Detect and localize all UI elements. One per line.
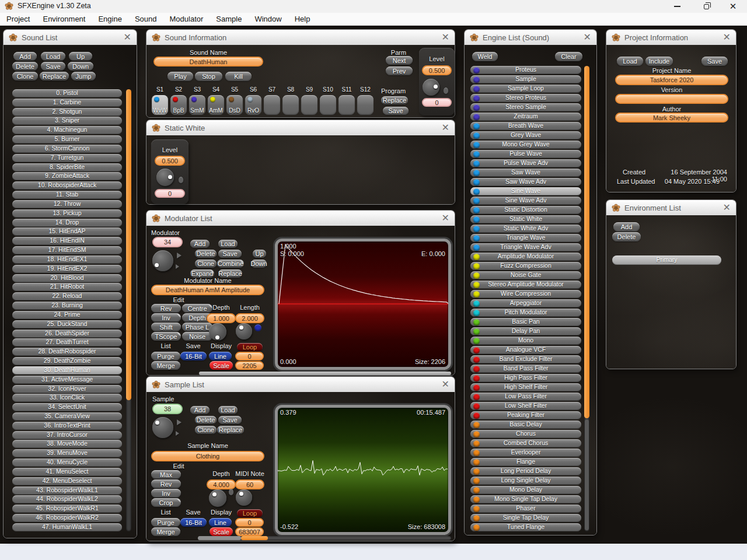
sound-list-item[interactable]: 19. HitEndEX2: [12, 265, 122, 273]
sound-list-item[interactable]: 28. DeathRobospider: [12, 348, 122, 356]
engine-list-item[interactable]: Pulse Wave Adv: [470, 159, 581, 167]
engine-list-item[interactable]: Basic Delay: [470, 421, 581, 429]
level-knob[interactable]: [156, 169, 174, 186]
add-button[interactable]: Add: [13, 52, 37, 61]
sound-list-item[interactable]: 24. Prime: [12, 311, 122, 319]
level-counter-field[interactable]: 0: [422, 98, 452, 107]
purge-button[interactable]: Purge: [151, 518, 180, 527]
crop-button[interactable]: Crop: [151, 498, 181, 507]
engine-list-item[interactable]: Pitch Modulator: [470, 309, 581, 317]
modulator-index-knob[interactable]: [152, 250, 173, 271]
delete-button[interactable]: Delete: [195, 250, 217, 258]
menu-window[interactable]: Window: [248, 13, 288, 25]
sound-list-scrollbar[interactable]: [126, 89, 131, 531]
engine-list-item[interactable]: Fuzz Compression: [470, 262, 581, 270]
engine-list-item[interactable]: Analogue VCF: [470, 346, 581, 354]
slot-button-s8[interactable]: [282, 95, 299, 115]
engine-list-item[interactable]: Flange: [470, 458, 581, 466]
sound-list-item[interactable]: 23. Burning: [12, 302, 122, 310]
engine-list-item[interactable]: Noise Gate: [470, 271, 581, 279]
sound-list-item[interactable]: 1. Carbine: [12, 99, 122, 107]
midi-knob[interactable]: [236, 489, 252, 506]
engine-list-titlebar[interactable]: Engine List (Sound) ✕: [465, 30, 596, 45]
level-counter-field[interactable]: 0: [155, 189, 185, 198]
replace-button[interactable]: Replace: [40, 72, 69, 80]
inv-button[interactable]: Inv: [151, 489, 181, 498]
sound-list-item[interactable]: 41. MenuSelect: [12, 468, 122, 476]
engine-list-item[interactable]: Stereo Sample: [470, 103, 581, 111]
close-icon[interactable]: ✕: [442, 214, 449, 223]
engine-list-item[interactable]: Mono Single Tap Delay: [470, 495, 581, 503]
close-icon[interactable]: ✕: [442, 380, 449, 389]
sound-list-item[interactable]: 3. Sniper: [12, 117, 122, 125]
sound-list-item[interactable]: 37. IntroCursor: [12, 431, 122, 439]
loop-end-field[interactable]: 683007: [235, 527, 264, 536]
restore-button[interactable]: [694, 0, 718, 13]
close-icon[interactable]: ✕: [442, 33, 449, 42]
up-button[interactable]: Up: [69, 52, 92, 61]
engine-list-item[interactable]: Zeitraum: [470, 113, 581, 121]
engine-list-item[interactable]: Long Single Delay: [470, 477, 581, 485]
sound-list-item[interactable]: 25. DuckStand: [12, 320, 122, 328]
delete-button[interactable]: Delete: [612, 232, 641, 242]
inv-button[interactable]: Inv: [151, 313, 181, 322]
slot-button-s11[interactable]: [338, 95, 355, 115]
sound-list-item[interactable]: 36. IntroTextPrint: [12, 422, 122, 430]
weld-button[interactable]: Weld: [472, 52, 498, 61]
engine-list-item[interactable]: Stereo Amplitude Modulator: [470, 281, 581, 289]
slot-button-s12[interactable]: [357, 95, 374, 115]
engine-list-item[interactable]: Single Tap Delay: [470, 514, 581, 522]
engine-list-item[interactable]: Proteus: [470, 66, 581, 74]
engine-list-item[interactable]: Triangle Wave: [470, 234, 581, 242]
sound-list-item[interactable]: 47. HumanWalkL1: [12, 523, 122, 531]
engine-list-item[interactable]: Static Distortion: [470, 206, 581, 214]
engine-list-item[interactable]: Triangle Wave Adv: [470, 243, 581, 251]
engine-list-scrollbar[interactable]: [584, 66, 589, 531]
engine-list-item[interactable]: Saw Wave: [470, 169, 581, 177]
load-button[interactable]: Load: [218, 406, 238, 414]
loop-start-field[interactable]: 0: [235, 352, 264, 360]
project-name-field[interactable]: Taskforce 2020: [615, 75, 728, 85]
engine-list-item[interactable]: Sample Loop: [470, 85, 581, 93]
close-icon[interactable]: ✕: [723, 33, 731, 42]
shift-button[interactable]: Shift: [151, 323, 181, 331]
engine-list-item[interactable]: Mono: [470, 337, 581, 345]
close-icon[interactable]: ✕: [584, 33, 591, 42]
scrollbar-thumb[interactable]: [584, 66, 589, 418]
engine-list-item[interactable]: Low Pass Filter: [470, 393, 581, 401]
modulator-list-titlebar[interactable]: Modulator List ✕: [146, 211, 455, 226]
static-white-titlebar[interactable]: Static White ✕: [146, 120, 455, 135]
sound-list-item[interactable]: 46. RobospiderWalkR2: [12, 514, 122, 522]
clone-button[interactable]: Clone: [12, 72, 38, 80]
level-knob[interactable]: [423, 79, 439, 96]
merge-button[interactable]: Merge: [151, 361, 180, 370]
engine-list-item[interactable]: Grey Wave: [470, 131, 581, 139]
slot-button-s3[interactable]: SmM: [189, 95, 205, 115]
engine-list-item[interactable]: Breath Wave: [470, 122, 581, 130]
save-button[interactable]: Save: [218, 250, 242, 258]
menu-project[interactable]: Project: [0, 13, 36, 25]
version-field[interactable]: [615, 94, 728, 104]
engine-list-item[interactable]: Mono Grey Wave: [470, 141, 581, 149]
engine-list-item[interactable]: Peaking Filter: [470, 411, 581, 419]
delete-button[interactable]: Delete: [12, 62, 38, 71]
engine-list-item[interactable]: Amplitude Modulator: [470, 253, 581, 261]
slot-button-s7[interactable]: [264, 95, 280, 115]
close-icon[interactable]: ✕: [124, 33, 131, 42]
combine-button[interactable]: Combine: [217, 260, 244, 268]
engine-list-item[interactable]: Band Exclude Filter: [470, 355, 581, 363]
engine-list-item[interactable]: Sine Wave Adv: [470, 197, 581, 205]
down-button[interactable]: Down: [251, 260, 267, 268]
jump-button[interactable]: Jump: [71, 72, 96, 80]
engine-list-item[interactable]: Chorus: [470, 430, 581, 438]
slot-button-s9[interactable]: [301, 95, 317, 115]
sound-list-item[interactable]: 45. RobospiderWalkR1: [12, 505, 122, 513]
sound-list-item[interactable]: 9. ZombieAttack: [12, 172, 122, 180]
engine-list-item[interactable]: Pulse Wave: [470, 150, 581, 158]
sound-list-item[interactable]: 14. Drop: [12, 219, 122, 227]
scrollbar-thumb[interactable]: [126, 89, 131, 400]
sound-list-item[interactable]: 2. Shotgun: [12, 108, 122, 116]
menu-engine[interactable]: Engine: [92, 13, 128, 25]
sound-list-item[interactable]: 17. HitEndSM: [12, 246, 122, 254]
stop-button[interactable]: Stop: [195, 72, 222, 81]
